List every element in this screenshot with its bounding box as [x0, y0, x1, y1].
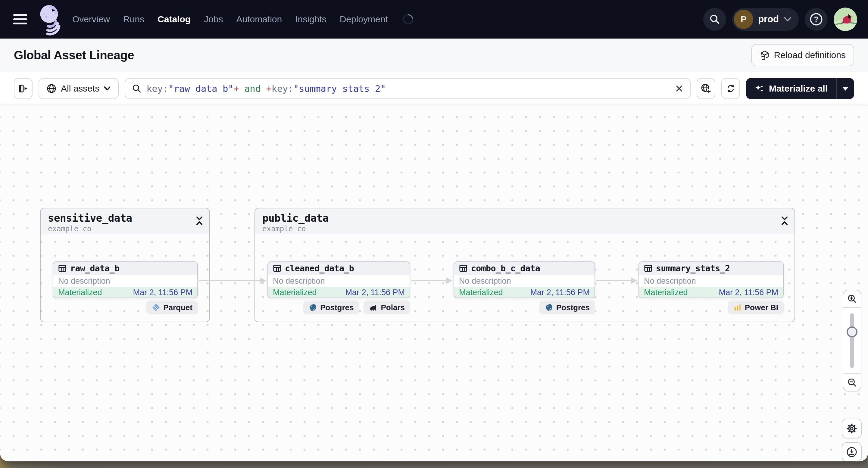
zoom-in-button[interactable]: [843, 290, 861, 307]
nav-item-overview[interactable]: Overview: [72, 14, 110, 24]
nav-item-runs[interactable]: Runs: [123, 14, 144, 24]
powerbi-icon: [733, 303, 742, 312]
asset-name: summary_stats_2: [656, 263, 730, 274]
query-keyword: and: [239, 84, 266, 94]
zoom-in-icon: [847, 294, 857, 304]
asset-badges: Power BI: [639, 301, 784, 314]
search-icon: [709, 14, 720, 25]
group-title: public_data: [262, 212, 787, 224]
zoom-out-icon: [847, 378, 857, 387]
sparkles-icon: [754, 84, 764, 93]
asset-node-combo-b-c-data[interactable]: combo_b_c_data No description Materializ…: [454, 261, 595, 298]
collapse-group-button[interactable]: [781, 216, 788, 226]
reload-definitions-button[interactable]: Reload definitions: [751, 44, 855, 66]
top-navigation: Overview Runs Catalog Jobs Automation In…: [0, 0, 868, 38]
nav-item-catalog[interactable]: Catalog: [157, 14, 191, 24]
kind-badge-parquet[interactable]: Parquet: [146, 301, 198, 314]
asset-status: Materialized: [58, 288, 102, 297]
nav-items: Overview Runs Catalog Jobs Automation In…: [72, 14, 413, 24]
asset-description: No description: [639, 275, 783, 287]
clear-filter-button[interactable]: [675, 84, 683, 93]
zoom-controls: [843, 290, 861, 392]
zoom-out-button[interactable]: [843, 374, 861, 391]
asset-status: Materialized: [644, 288, 688, 297]
asset-name: combo_b_c_data: [471, 263, 540, 274]
asset-scope-label: All assets: [61, 84, 99, 94]
materialize-options-button[interactable]: [837, 78, 854, 99]
caret-down-icon: [842, 87, 849, 91]
search-button[interactable]: [703, 8, 726, 31]
asset-node-header: cleaned_data_b: [268, 262, 410, 275]
polars-icon: [369, 304, 378, 311]
badge-label: Postgres: [320, 303, 353, 312]
globe-icon: [46, 84, 57, 94]
close-icon: [675, 84, 683, 93]
query-operator: +: [266, 84, 272, 94]
reload-cube-icon: [760, 50, 770, 60]
search-icon: [132, 84, 142, 93]
group-header[interactable]: public_data example_co: [255, 209, 795, 234]
asset-status-row: Materialized Mar 2, 11:56 PM: [454, 287, 594, 298]
asset-node-summary-stats-2[interactable]: summary_stats_2 No description Materiali…: [639, 261, 784, 298]
nav-item-automation[interactable]: Automation: [236, 14, 282, 24]
kind-badge-polars[interactable]: Polars: [364, 301, 410, 314]
query-key: key:: [146, 84, 168, 94]
asset-description: No description: [268, 275, 410, 287]
refresh-button[interactable]: [721, 78, 740, 99]
lineage-toolbar: All assets key:"raw_data_b"+ and +key:"s…: [0, 72, 868, 105]
help-icon: ?: [809, 12, 824, 27]
collapse-group-button[interactable]: [195, 216, 203, 226]
gear-icon: [846, 423, 857, 434]
table-icon: [273, 264, 281, 273]
kind-badge-postgres[interactable]: Postgres: [303, 301, 359, 314]
menu-icon[interactable]: [13, 14, 27, 24]
asset-badges: Parquet: [53, 301, 198, 314]
page-title: Global Asset Lineage: [14, 49, 751, 62]
asset-filter-input[interactable]: key:"raw_data_b"+ and +key:"summary_stat…: [125, 78, 691, 99]
asset-node-raw-data-b[interactable]: raw_data_b No description Materialized M…: [53, 261, 198, 298]
new-tab-button[interactable]: [696, 78, 715, 99]
asset-timestamp: Mar 2, 11:56 PM: [345, 288, 405, 297]
help-button[interactable]: ?: [805, 8, 828, 31]
group-header[interactable]: sensitive_data example_co: [41, 209, 209, 234]
kind-badge-power-bi[interactable]: Power BI: [728, 301, 784, 314]
badge-label: Postgres: [556, 303, 590, 312]
query-key: key:: [272, 84, 293, 94]
nav-right-cluster: P prod ?: [703, 7, 857, 31]
group-title: sensitive_data: [48, 212, 202, 224]
lineage-edge: [411, 280, 446, 281]
refresh-icon: [725, 84, 736, 94]
user-avatar[interactable]: [834, 7, 857, 31]
group-repository: example_co: [48, 225, 202, 233]
materialize-all-label: Materialize all: [769, 84, 828, 94]
lineage-edge: [199, 280, 260, 281]
deployment-avatar: P: [734, 10, 753, 29]
asset-node-cleaned-data-b[interactable]: cleaned_data_b No description Materializ…: [268, 261, 410, 298]
lineage-edge: [596, 280, 631, 281]
nav-item-jobs[interactable]: Jobs: [204, 14, 223, 24]
nav-item-deployment[interactable]: Deployment: [340, 14, 388, 24]
asset-description: No description: [53, 275, 197, 287]
zoom-slider-knob[interactable]: [847, 326, 858, 337]
asset-status-row: Materialized Mar 2, 11:56 PM: [268, 287, 410, 298]
kind-badge-postgres[interactable]: Postgres: [539, 301, 595, 314]
dagster-logo-icon[interactable]: [37, 3, 63, 36]
deployment-switcher[interactable]: P prod: [732, 8, 799, 31]
graph-settings-button[interactable]: [842, 418, 862, 438]
collapse-icon: [781, 216, 788, 225]
lineage-canvas[interactable]: sensitive_data example_co public_data ex…: [0, 105, 868, 461]
open-sidebar-button[interactable]: [14, 78, 33, 99]
asset-status-row: Materialized Mar 2, 11:56 PM: [639, 287, 783, 298]
asset-scope-dropdown[interactable]: All assets: [38, 78, 119, 99]
nav-item-insights[interactable]: Insights: [295, 14, 326, 24]
download-image-button[interactable]: [842, 442, 862, 461]
deployment-name: prod: [758, 14, 779, 25]
asset-name: raw_data_b: [70, 263, 120, 274]
materialize-all-button[interactable]: Materialize all: [746, 78, 836, 99]
zoom-slider[interactable]: [843, 307, 861, 374]
zoom-slider-track[interactable]: [850, 313, 854, 368]
chevron-down-icon: [784, 17, 792, 22]
reload-definitions-label: Reload definitions: [774, 50, 846, 60]
asset-status: Materialized: [273, 288, 317, 297]
chevron-down-icon: [103, 86, 111, 91]
